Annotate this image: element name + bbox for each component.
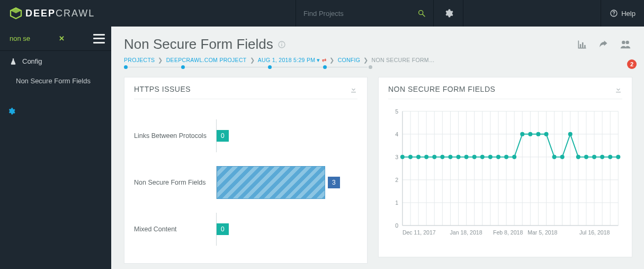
- project-search[interactable]: Find Projects: [296, 0, 433, 27]
- chevron-right-icon: ❯: [329, 57, 334, 63]
- svg-point-62: [464, 155, 469, 159]
- bar-value: 3: [328, 177, 340, 188]
- svg-rect-9: [580, 44, 582, 48]
- sidebar: non se ✕ Config Non Secure Form Fields: [0, 27, 111, 269]
- svg-point-56: [416, 155, 421, 159]
- sidebar-item-non-secure-form-fields[interactable]: Non Secure Form Fields: [0, 72, 111, 90]
- svg-point-8: [281, 42, 282, 44]
- svg-text:1: 1: [395, 199, 398, 206]
- sidebar-filter-text[interactable]: non se: [10, 34, 30, 42]
- caret-down-icon[interactable]: ▾: [317, 57, 320, 63]
- svg-point-61: [456, 155, 460, 159]
- svg-marker-1: [11, 8, 21, 13]
- crawl-dot[interactable]: [369, 65, 372, 69]
- svg-text:Jan 18, 2018: Jan 18, 2018: [450, 229, 482, 236]
- svg-point-55: [408, 155, 413, 159]
- svg-point-70: [528, 132, 532, 136]
- svg-point-66: [496, 155, 500, 159]
- svg-text:0: 0: [395, 222, 398, 229]
- breadcrumb-item[interactable]: PROJECTS: [124, 57, 155, 63]
- compare-icon[interactable]: ⇄: [322, 57, 326, 63]
- share-icon[interactable]: [597, 39, 609, 50]
- download-icon[interactable]: [614, 85, 622, 93]
- main: Non Secure Form Fields 2 PROJECTS ❯ DEEP…: [111, 27, 644, 269]
- svg-text:Mar 5, 2018: Mar 5, 2018: [527, 229, 557, 236]
- download-icon[interactable]: [350, 85, 357, 93]
- bar-label: Mixed Content: [134, 225, 216, 233]
- sidebar-item-label: Config: [22, 57, 42, 65]
- svg-point-81: [616, 155, 620, 159]
- sidebar-filter: non se ✕: [0, 27, 111, 51]
- users-icon[interactable]: [619, 39, 632, 50]
- crawl-dot[interactable]: [181, 65, 185, 69]
- svg-text:Feb 8, 2018: Feb 8, 2018: [493, 229, 523, 236]
- flask-icon: [10, 58, 17, 65]
- svg-point-59: [440, 155, 444, 159]
- help-icon: [610, 9, 618, 18]
- chevron-right-icon: ❯: [363, 57, 368, 63]
- page-title: Non Secure Form Fields: [124, 36, 286, 53]
- panel-trend-chart: NON SECURE FORM FIELDS 012345Dec 11, 201…: [378, 77, 632, 257]
- gear-icon: [444, 8, 453, 18]
- brand-text: DEEPCRAWL: [25, 8, 95, 19]
- svg-point-68: [512, 155, 516, 159]
- brand-logo[interactable]: DEEPCRAWL: [0, 7, 95, 20]
- breadcrumb-item-current: NON SECURE FORM…: [372, 57, 435, 63]
- chart-icon[interactable]: [576, 39, 588, 50]
- hamburger-icon[interactable]: [93, 34, 105, 44]
- topbar: DEEPCRAWL Find Projects Help: [0, 0, 644, 27]
- svg-point-69: [520, 132, 524, 136]
- svg-rect-11: [584, 45, 586, 47]
- svg-point-73: [552, 155, 557, 159]
- crawl-dot[interactable]: [124, 65, 128, 69]
- bar-fill: [217, 166, 325, 199]
- sidebar-item-label: Non Secure Form Fields: [16, 77, 91, 85]
- info-icon[interactable]: [278, 40, 286, 49]
- svg-point-58: [432, 155, 436, 159]
- crawl-timeline: [124, 65, 632, 70]
- bar-value: 0: [217, 223, 229, 235]
- breadcrumb-item[interactable]: CONFIG: [338, 57, 361, 63]
- chevron-right-icon: ❯: [250, 57, 255, 63]
- bar-value: 0: [217, 130, 229, 142]
- gear-icon: [7, 107, 15, 115]
- breadcrumb-item[interactable]: DEEPCRAWL.COM PROJECT: [166, 57, 247, 63]
- bar-label: Links Between Protocols: [134, 132, 216, 140]
- search-icon[interactable]: [417, 9, 426, 18]
- svg-point-76: [576, 155, 580, 159]
- svg-text:2: 2: [395, 177, 398, 183]
- help-button[interactable]: Help: [601, 0, 644, 27]
- crawl-dot[interactable]: [268, 65, 272, 69]
- sidebar-item-config[interactable]: Config: [0, 51, 111, 72]
- svg-rect-7: [281, 44, 282, 46]
- bar-label: Non Secure Form Fields: [134, 179, 216, 186]
- svg-point-74: [560, 155, 565, 159]
- svg-point-65: [488, 155, 493, 159]
- svg-point-64: [480, 155, 485, 159]
- bar-row-mixed-content[interactable]: Mixed Content 0: [134, 206, 357, 253]
- bar-row-links-between-protocols[interactable]: Links Between Protocols 0: [134, 112, 357, 159]
- panel-title: HTTPS ISSUES: [134, 85, 191, 93]
- svg-text:5: 5: [395, 108, 398, 115]
- svg-point-5: [613, 15, 614, 15]
- bar-row-non-secure-form-fields[interactable]: Non Secure Form Fields 3: [134, 159, 357, 206]
- svg-point-80: [608, 155, 612, 159]
- topbar-spacer-2: [463, 0, 601, 27]
- svg-point-60: [448, 155, 452, 159]
- trend-chart: 012345Dec 11, 2017Jan 18, 2018Feb 8, 201…: [388, 105, 622, 242]
- logo-icon: [10, 7, 22, 20]
- sidebar-filter-clear-icon[interactable]: ✕: [59, 34, 65, 42]
- svg-point-79: [600, 155, 604, 159]
- svg-point-78: [592, 155, 596, 159]
- breadcrumb-item[interactable]: AUG 1, 2018 5:29 PM ▾ ⇄: [258, 57, 327, 63]
- project-search-placeholder: Find Projects: [303, 10, 344, 18]
- sidebar-settings-button[interactable]: [7, 107, 15, 117]
- settings-button[interactable]: [433, 0, 463, 27]
- crawl-dot[interactable]: [323, 65, 327, 69]
- breadcrumb: PROJECTS ❯ DEEPCRAWL.COM PROJECT ❯ AUG 1…: [124, 57, 632, 63]
- svg-point-54: [400, 155, 405, 159]
- chevron-right-icon: ❯: [158, 57, 163, 63]
- panel-https-issues: HTTPS ISSUES Links Between Protocols 0 N…: [124, 77, 368, 264]
- svg-point-75: [568, 132, 573, 136]
- svg-point-2: [419, 11, 423, 15]
